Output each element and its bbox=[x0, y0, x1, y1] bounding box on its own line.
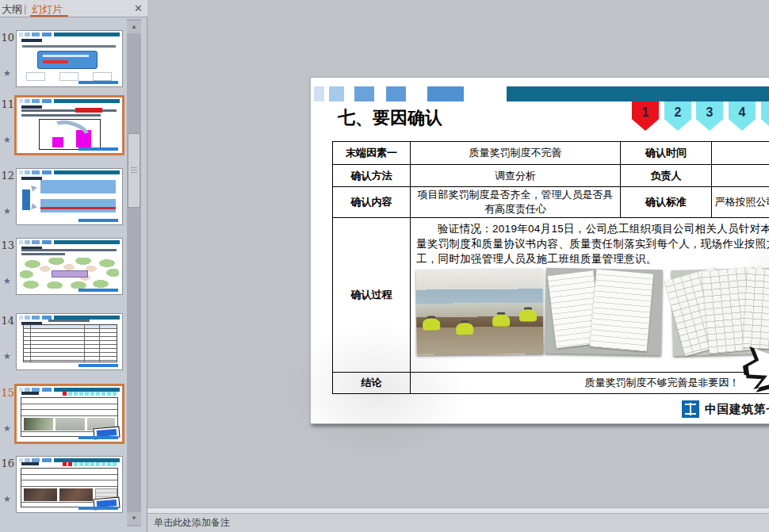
slide-number: 11 bbox=[0, 98, 14, 110]
cell-end-factor-value: 质量奖罚制度不完善 bbox=[411, 142, 621, 165]
animation-star-icon: ★ bbox=[3, 206, 11, 216]
slide-thumbnail-13[interactable]: 13 ★ bbox=[0, 238, 147, 301]
evidence-photos bbox=[411, 267, 769, 358]
step-marker-1[interactable]: 1 bbox=[632, 101, 659, 131]
step-marker-5[interactable]: 5 bbox=[761, 101, 769, 131]
header-square bbox=[329, 86, 344, 101]
stamp-text: 非要因 bbox=[742, 352, 769, 391]
cell-content-value: 项目部奖罚制度是否齐全，管理人员是否具有高度责任心 bbox=[411, 187, 621, 218]
slide-number: 12 bbox=[0, 170, 14, 182]
header-square bbox=[354, 86, 374, 101]
panel-scrollbar-thumb[interactable] bbox=[128, 133, 140, 208]
thumbnail-frame[interactable] bbox=[16, 238, 123, 295]
tab-outline[interactable]: 大纲 bbox=[2, 2, 22, 17]
slide-title[interactable]: 七、要因确认 bbox=[338, 106, 442, 130]
slide-number: 14 bbox=[0, 315, 14, 327]
cell-method-label: 确认方法 bbox=[333, 165, 411, 187]
animation-star-icon: ★ bbox=[3, 276, 11, 286]
scroll-down-icon[interactable]: ▼ bbox=[127, 512, 141, 525]
close-panel-icon[interactable]: ✕ bbox=[134, 2, 143, 14]
thumbnail-preview bbox=[17, 386, 122, 442]
editing-area: 七、要因确认 1 2 3 4 5 6 7 8 9 末端因素一 质量奖罚制度不完善… bbox=[147, 0, 769, 508]
thumbnail-frame[interactable] bbox=[16, 456, 123, 513]
animation-star-icon: ★ bbox=[3, 68, 11, 78]
animation-star-icon: ★ bbox=[3, 423, 11, 434]
slide-number: 15 bbox=[0, 387, 14, 399]
thumbnail-preview bbox=[17, 457, 122, 512]
non-cause-stamp[interactable]: 非要因 bbox=[743, 339, 769, 399]
slide-thumbnail-12[interactable]: 12 ★ bbox=[0, 168, 147, 232]
slides-panel: 大纲 | 幻灯片 ✕ 10 ★ 11 ★ bbox=[0, 0, 147, 532]
cell-confirm-time-value: 2019.04.15 bbox=[712, 142, 769, 165]
cell-owner-value: 付友冲 bbox=[712, 165, 769, 187]
slide-number: 10 bbox=[0, 32, 14, 44]
animation-star-icon: ★ bbox=[3, 351, 11, 362]
tab-slides-underline bbox=[30, 15, 68, 17]
cell-standard-value: 严格按照公司要求执行奖罚制度，奖罚分明 bbox=[712, 187, 769, 218]
notes-placeholder: 单击此处添加备注 bbox=[154, 514, 769, 531]
slide-thumbnail-10[interactable]: 10 ★ bbox=[0, 30, 147, 94]
cell-end-factor-label: 末端因素一 bbox=[333, 142, 411, 165]
slide-number: 16 bbox=[0, 457, 14, 469]
photo-figure bbox=[423, 318, 440, 330]
slide-footer: 中国建筑第七工程局有限公司南方公司 bbox=[682, 400, 769, 419]
thumbnail-preview bbox=[17, 314, 122, 369]
cscec-logo bbox=[682, 400, 699, 418]
header-square bbox=[386, 86, 406, 101]
thumbnail-frame[interactable] bbox=[14, 95, 124, 155]
thumbnail-frame[interactable] bbox=[16, 30, 123, 87]
powerpoint-normal-view: 大纲 | 幻灯片 ✕ 10 ★ 11 ★ bbox=[0, 0, 769, 532]
thumbnail-preview bbox=[17, 31, 122, 86]
thumbnail-preview bbox=[17, 239, 122, 294]
paper bbox=[590, 269, 653, 351]
thumbnail-preview bbox=[17, 98, 122, 153]
photo-documents[interactable] bbox=[545, 268, 663, 356]
slide-thumbnail-11[interactable]: 11 ★ bbox=[0, 97, 147, 160]
cell-conclusion-value: 质量奖罚制度不够完善是非要因！ bbox=[411, 373, 769, 394]
verification-paragraph: 验证情况：2019年04月15日，公司总工组织项目公司相关人员针对本项目项目制定… bbox=[416, 221, 769, 266]
cell-process-content: 验证情况：2019年04月15日，公司总工组织项目公司相关人员针对本项目项目制定… bbox=[411, 218, 769, 373]
cell-content-label: 确认内容 bbox=[333, 187, 411, 218]
thumbnail-frame[interactable] bbox=[16, 168, 123, 225]
cell-conclusion-label: 结论 bbox=[333, 373, 411, 394]
company-name: 中国建筑第七工程局有限公司南方公司 bbox=[705, 402, 769, 417]
photo-figure bbox=[492, 315, 510, 327]
thumbnail-preview bbox=[17, 169, 122, 224]
animation-star-icon: ★ bbox=[3, 135, 11, 145]
thumbnail-frame[interactable] bbox=[14, 384, 124, 444]
form-sheet bbox=[743, 268, 769, 350]
slide-thumbnail-15[interactable]: 15 ★ bbox=[0, 385, 147, 449]
notes-splitter[interactable] bbox=[147, 507, 769, 514]
cell-confirm-time-label: 确认时间 bbox=[621, 142, 712, 165]
photo-figure bbox=[519, 309, 537, 321]
animation-star-icon: ★ bbox=[3, 494, 11, 504]
step-marker-3[interactable]: 3 bbox=[696, 101, 723, 131]
thumbnail-frame[interactable] bbox=[16, 313, 123, 370]
confirmation-table[interactable]: 末端因素一 质量奖罚制度不完善 确认时间 2019.04.15 确认方法 调查分… bbox=[332, 141, 769, 394]
cell-process-label: 确认过程 bbox=[333, 218, 411, 373]
step-marker-2[interactable]: 2 bbox=[664, 101, 691, 131]
cell-standard-label: 确认标准 bbox=[621, 187, 712, 218]
panel-scrollbar-track[interactable] bbox=[127, 19, 141, 526]
cell-owner-label: 负责人 bbox=[621, 165, 712, 187]
header-square bbox=[314, 86, 324, 101]
header-square bbox=[427, 86, 464, 101]
slide-thumbnail-16[interactable]: 16 ★ bbox=[0, 456, 147, 519]
photo-meeting[interactable] bbox=[416, 268, 544, 354]
scroll-up-icon[interactable]: ▲ bbox=[127, 21, 141, 33]
notes-pane[interactable]: 单击此处添加备注 bbox=[147, 514, 769, 532]
cell-method-value: 调查分析 bbox=[411, 165, 621, 187]
panel-tab-bar: 大纲 | 幻灯片 ✕ bbox=[0, 0, 147, 17]
step-marker-4[interactable]: 4 bbox=[729, 101, 756, 131]
header-teal-bar bbox=[507, 86, 769, 101]
tab-separator: | bbox=[24, 2, 26, 14]
slide-thumbnail-14[interactable]: 14 ★ bbox=[0, 313, 147, 377]
slide-canvas[interactable]: 七、要因确认 1 2 3 4 5 6 7 8 9 末端因素一 质量奖罚制度不完善… bbox=[310, 77, 769, 424]
slide-number: 13 bbox=[0, 239, 14, 251]
photo-figure bbox=[456, 323, 473, 335]
